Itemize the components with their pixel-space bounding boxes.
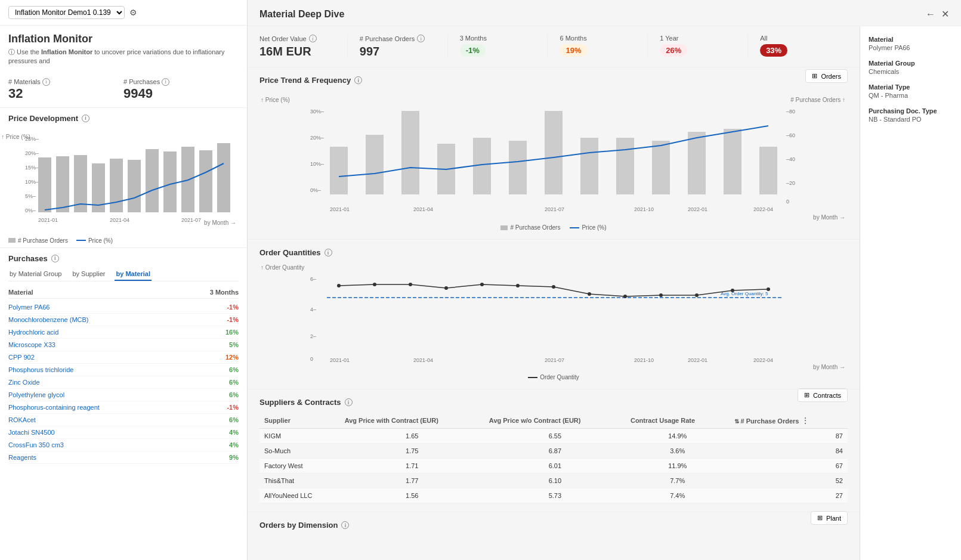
- list-item: ROKAcet6%: [8, 414, 239, 426]
- material-link[interactable]: ROKAcet: [8, 416, 36, 423]
- svg-text:10%–: 10%–: [310, 161, 324, 167]
- material-link[interactable]: Reagents: [8, 454, 36, 461]
- svg-point-64: [695, 293, 699, 297]
- sidebar-item-label: Material Group: [869, 60, 953, 67]
- price-trend-legend: # Purchase Orders Price (%): [259, 224, 848, 231]
- material-link[interactable]: Monochlorobenzene (MCB): [8, 316, 89, 323]
- material-link[interactable]: Phosphorus-containing reagent: [8, 404, 100, 411]
- material-link[interactable]: Jotachi SN4500: [8, 429, 55, 436]
- right-sidebar: MaterialPolymer PA66Material GroupChemic…: [860, 26, 961, 560]
- suppliers-table-icon: ⊞: [804, 391, 809, 399]
- svg-rect-39: [688, 132, 706, 194]
- legend-bar-item: # Purchase Orders: [8, 237, 68, 244]
- pt-legend-bar-icon: [500, 225, 508, 230]
- dd-header: Material Deep Dive ← ✕: [248, 0, 961, 26]
- svg-text:2022-04: 2022-04: [753, 357, 773, 363]
- purchases-table-header: Material 3 Months: [8, 286, 239, 299]
- oq-legend: Order Quantity: [259, 374, 848, 380]
- list-item: Reagents9%: [8, 451, 239, 464]
- suppliers-info-icon[interactable]: i: [345, 398, 353, 406]
- svg-rect-31: [401, 111, 419, 194]
- odb-title: Orders by Dimension i: [259, 521, 349, 530]
- material-link[interactable]: CrossFun 350 cm3: [8, 441, 64, 448]
- price-trend-by-month: by Month →: [813, 214, 845, 221]
- pt-legend-line: Price (%): [570, 224, 606, 231]
- material-pct: 6%: [229, 366, 239, 373]
- material-link[interactable]: Microscope X33: [8, 341, 55, 348]
- price-trend-info-icon[interactable]: i: [354, 76, 362, 84]
- material-pct: -1%: [227, 304, 239, 311]
- po-info-icon[interactable]: i: [417, 35, 425, 42]
- cell-orders: 27: [730, 488, 848, 503]
- svg-text:20%–: 20%–: [25, 150, 39, 156]
- tab-by-material-group[interactable]: by Material Group: [8, 268, 63, 281]
- nov-info-icon[interactable]: i: [309, 35, 317, 42]
- price-trend-section: Price Trend & Frequency i ⊞ Orders ↑ Pri…: [248, 67, 860, 240]
- cell-avg-with: 1.77: [340, 474, 484, 488]
- suppliers-table-btn[interactable]: ⊞ Contracts: [798, 388, 848, 402]
- odb-table-icon: ⊞: [817, 514, 823, 522]
- oq-info-icon[interactable]: i: [325, 249, 332, 256]
- app-selector[interactable]: Inflation Monitor Demo1 0.139: [8, 6, 125, 19]
- odb-info-icon[interactable]: i: [341, 521, 349, 529]
- list-item: Phosphorus-containing reagent-1%: [8, 401, 239, 414]
- dd-title: Material Deep Dive: [259, 9, 344, 20]
- sidebar-item-label: Material: [869, 36, 953, 43]
- list-item: CPP 90212%: [8, 351, 239, 364]
- cell-orders: 84: [730, 444, 848, 459]
- legend-line-icon: [76, 240, 86, 241]
- svg-point-57: [444, 286, 448, 290]
- col-orders-menu[interactable]: ⋮: [801, 416, 809, 425]
- price-trend-table-btn[interactable]: ⊞ Orders: [805, 69, 848, 83]
- tab-by-material[interactable]: by Material: [115, 268, 151, 281]
- col-avg-without: Avg Price w/o Contract (EUR): [484, 413, 626, 429]
- odb-table-btn[interactable]: ⊞ Plant: [811, 511, 848, 525]
- svg-text:0: 0: [786, 199, 789, 205]
- cell-avg-without: 6.87: [484, 444, 626, 459]
- material-link[interactable]: Polyethylene glycol: [8, 391, 64, 398]
- tab-by-supplier[interactable]: by Supplier: [71, 268, 106, 281]
- share-button[interactable]: ←: [926, 8, 935, 20]
- svg-text:2022-01: 2022-01: [688, 357, 707, 363]
- svg-point-66: [767, 287, 770, 291]
- price-dev-chart: ↑ Price (%) 25%– 20%– 15%– 10%– 5%– 0%– …: [0, 134, 247, 235]
- materials-info-icon[interactable]: i: [42, 78, 50, 86]
- material-pct: 4%: [229, 441, 239, 448]
- svg-rect-37: [616, 138, 634, 194]
- suppliers-section: Suppliers & Contracts i ⊞ Contracts Supp…: [248, 389, 860, 512]
- gear-button[interactable]: ⚙: [129, 8, 137, 17]
- material-link[interactable]: Hydrochloric acid: [8, 329, 58, 336]
- purchases-section-info-icon[interactable]: i: [51, 255, 59, 262]
- close-button[interactable]: ✕: [941, 8, 949, 20]
- col-supplier: Supplier: [259, 413, 340, 429]
- cell-avg-with: 1.71: [340, 459, 484, 474]
- material-pct: 6%: [229, 379, 239, 386]
- svg-rect-30: [366, 135, 384, 194]
- material-link[interactable]: CPP 902: [8, 354, 35, 361]
- material-link[interactable]: Phosphorus trichloride: [8, 366, 73, 373]
- purchases-table: Material 3 Months Polymer PA66-1%Monochl…: [8, 286, 239, 464]
- purchases-info-icon[interactable]: i: [162, 78, 169, 86]
- svg-text:2021-07: 2021-07: [181, 217, 201, 223]
- table-row: Factory West 1.71 6.01 11.9% 67: [259, 459, 848, 474]
- material-link[interactable]: Zinc Oxide: [8, 379, 40, 386]
- materials-value: 32: [8, 86, 123, 101]
- material-pct: -1%: [227, 404, 239, 411]
- svg-rect-33: [473, 138, 491, 194]
- cell-orders: 87: [730, 429, 848, 444]
- price-trend-title: Price Trend & Frequency i: [259, 76, 362, 85]
- svg-text:30%–: 30%–: [310, 109, 324, 115]
- left-title: Inflation Monitor: [0, 26, 247, 48]
- svg-rect-35: [545, 111, 563, 194]
- svg-point-54: [337, 284, 341, 287]
- dd-body: Net Order Value i 16M EUR # Purchase Ord…: [248, 26, 961, 560]
- svg-rect-13: [163, 151, 177, 212]
- svg-text:–60: –60: [786, 132, 795, 138]
- kpi-nov-value: 16M EUR: [259, 45, 335, 58]
- col-orders: ⇅ # Purchase Orders ⋮: [730, 413, 848, 429]
- price-dev-info-icon[interactable]: i: [82, 115, 89, 122]
- svg-text:2021-01: 2021-01: [38, 217, 58, 223]
- svg-rect-36: [580, 138, 598, 194]
- oq-chart: ↑ Order Quantity 6– 4– 2– 0 Avg. Order Q…: [259, 263, 848, 370]
- material-link[interactable]: Polymer PA66: [8, 304, 50, 311]
